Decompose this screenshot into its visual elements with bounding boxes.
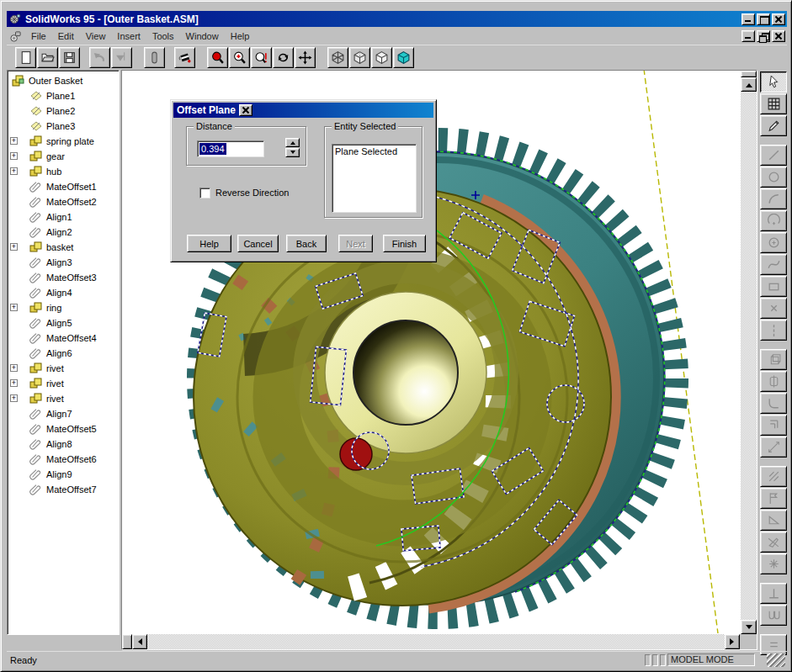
rotate-view-button[interactable]: [273, 47, 294, 68]
tree-item-align7[interactable]: Align7: [8, 406, 119, 421]
expand-icon[interactable]: +: [10, 152, 18, 160]
fillet-tool-button[interactable]: [760, 393, 787, 414]
tree-item-align9[interactable]: Align9: [8, 467, 119, 482]
undo-button[interactable]: [89, 47, 110, 68]
menu-view[interactable]: View: [80, 29, 112, 43]
expand-icon[interactable]: +: [10, 137, 18, 145]
detent-red-circle[interactable]: [340, 438, 372, 470]
tree-item-align6[interactable]: Align6: [8, 346, 119, 361]
distance-input[interactable]: 0.394: [197, 140, 264, 157]
horizontal-scrollbar[interactable]: [122, 634, 757, 649]
centerline-tool-button[interactable]: [760, 320, 787, 341]
minimize-button[interactable]: [742, 13, 755, 25]
hscroll-track[interactable]: [147, 634, 725, 649]
entity-listbox[interactable]: Plane Selected: [332, 144, 417, 213]
new-document-button[interactable]: [15, 47, 36, 68]
vscroll-track[interactable]: [741, 71, 757, 634]
select-capsule-button[interactable]: [144, 47, 165, 68]
tree-item-plane3[interactable]: Plane3: [8, 119, 119, 134]
resize-grip[interactable]: [767, 653, 785, 667]
tree-item-mateoffset5[interactable]: MateOffset5: [8, 421, 119, 437]
tree-item-mateoffset7[interactable]: MateOffset7: [8, 482, 119, 497]
tree-item-hub[interactable]: + hub: [8, 164, 119, 179]
reverse-direction-checkbox[interactable]: [199, 188, 210, 198]
grid-tool-button[interactable]: [760, 93, 787, 114]
expand-icon[interactable]: +: [10, 379, 18, 387]
tree-item-basket[interactable]: + basket: [8, 240, 119, 255]
vscroll-thumb[interactable]: [741, 71, 757, 77]
tree-item-rivet3[interactable]: + rivet: [8, 391, 119, 406]
tree-item-rivet1[interactable]: + rivet: [8, 361, 119, 376]
expand-icon[interactable]: +: [10, 394, 18, 402]
hub-part[interactable]: [325, 292, 486, 453]
tree-item-mateoffset3[interactable]: MateOffset3: [8, 270, 119, 285]
tree-item-mateoffset6[interactable]: MateOffset6: [8, 452, 119, 467]
dialog-title-bar[interactable]: Offset Plane: [173, 103, 433, 118]
zoom-to-area-button[interactable]: [251, 47, 272, 68]
shaded-view-button[interactable]: [393, 47, 414, 68]
tree-item-root[interactable]: Outer Basket: [8, 73, 119, 88]
hidden-lines-view-button[interactable]: [349, 47, 370, 68]
tree-item-align3[interactable]: Align3: [8, 255, 119, 270]
paint-shade-button[interactable]: [174, 47, 195, 68]
child-restore-button[interactable]: [757, 30, 770, 42]
tree-item-mateoffset4[interactable]: MateOffset4: [8, 331, 119, 346]
tree-item-align4[interactable]: Align4: [8, 285, 119, 300]
tree-item-align5[interactable]: Align5: [8, 315, 119, 331]
tree-item-align1[interactable]: Align1: [8, 209, 119, 225]
finish-button[interactable]: Finish: [383, 235, 426, 252]
tree-item-gear[interactable]: + gear: [8, 149, 119, 164]
centerpoint-arc-tool-button[interactable]: [760, 210, 787, 231]
offset-entities-button[interactable]: [760, 415, 787, 436]
tangent-arc-tool-button[interactable]: [760, 188, 787, 209]
child-close-button[interactable]: [772, 30, 785, 42]
tree-item-mateoffset1[interactable]: MateOffset1: [8, 179, 119, 194]
tree-item-spring-plate[interactable]: + spring plate: [8, 134, 119, 149]
line-tool-button[interactable]: [760, 145, 787, 166]
hatch-tool-button[interactable]: [760, 466, 787, 487]
expand-icon[interactable]: +: [10, 167, 18, 175]
document-icon[interactable]: [9, 30, 22, 43]
menu-file[interactable]: File: [25, 29, 52, 43]
scroll-up-button[interactable]: [741, 77, 757, 92]
mirror-tool-button[interactable]: [760, 510, 787, 531]
point-tool-button[interactable]: [760, 298, 787, 319]
back-button[interactable]: Back: [286, 235, 327, 252]
vertical-scrollbar[interactable]: [741, 71, 757, 634]
help-button[interactable]: Help: [187, 235, 231, 252]
hidden-lines-removed-view-button[interactable]: [371, 47, 392, 68]
cancel-button[interactable]: Cancel: [237, 235, 279, 252]
perpendicular-relation-button[interactable]: [760, 583, 787, 604]
select-tool-button[interactable]: [760, 71, 787, 93]
sketch-tool-button[interactable]: [760, 115, 787, 136]
tree-item-ring[interactable]: + ring: [8, 300, 119, 315]
parallel-relation-button[interactable]: [760, 605, 787, 626]
zoom-in-out-button[interactable]: [229, 47, 250, 68]
expand-icon[interactable]: +: [10, 364, 18, 372]
scroll-down-button[interactable]: [741, 620, 757, 634]
rectangle-tool-button[interactable]: [760, 276, 787, 297]
tree-item-plane2[interactable]: Plane2: [8, 103, 119, 119]
open-document-button[interactable]: [37, 47, 58, 68]
tree-item-align2[interactable]: Align2: [8, 225, 119, 240]
expand-icon[interactable]: +: [10, 243, 18, 251]
spinner-down-button[interactable]: [285, 148, 300, 157]
dialog-close-button[interactable]: [239, 104, 252, 116]
menu-help[interactable]: Help: [225, 29, 256, 43]
undo-dropdown-button[interactable]: [111, 47, 132, 68]
tree-item-plane1[interactable]: Plane1: [8, 88, 119, 103]
revolve-tool-button[interactable]: [760, 371, 787, 392]
tree-item-align8[interactable]: Align8: [8, 437, 119, 452]
child-minimize-button[interactable]: [742, 30, 755, 42]
menu-window[interactable]: Window: [180, 29, 225, 43]
zoom-to-fit-button[interactable]: [207, 47, 228, 68]
close-button[interactable]: [772, 13, 785, 25]
tree-item-mateoffset2[interactable]: MateOffset2: [8, 194, 119, 209]
entity-list-item[interactable]: Plane Selected: [335, 146, 413, 156]
scroll-left-button[interactable]: [132, 634, 147, 649]
pattern-tool-button[interactable]: [760, 553, 787, 574]
convert-entities-button[interactable]: [760, 488, 787, 509]
menu-edit[interactable]: Edit: [52, 29, 80, 43]
trim-tool-button[interactable]: [760, 532, 787, 553]
spline-tool-button[interactable]: [760, 254, 787, 275]
